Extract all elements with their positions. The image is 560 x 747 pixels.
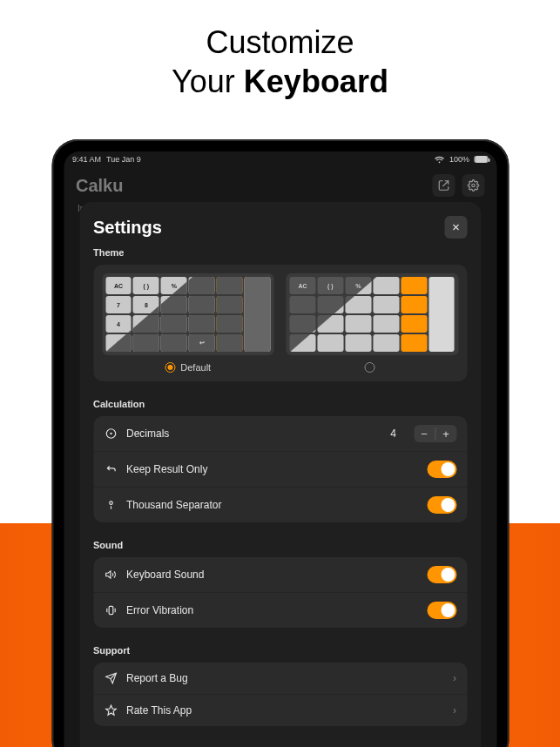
theme-thumb-alt: AC( )%± — [287, 273, 459, 355]
report-bug-label: Report a Bug — [126, 672, 188, 684]
theme-option-default[interactable]: AC ( ) % ± ÷ = 7 8 9 × 4 5 — [102, 273, 274, 373]
section-calculation-label: Calculation — [93, 399, 467, 409]
thousand-label: Thousand Separator — [126, 499, 221, 511]
decimals-value: 4 — [390, 427, 396, 440]
section-support-label: Support — [93, 645, 467, 656]
row-error-vibration: Error Vibration — [93, 593, 467, 628]
row-report-bug[interactable]: Report a Bug › — [93, 663, 467, 695]
status-date: Tue Jan 9 — [106, 155, 141, 164]
decimals-label: Decimals — [126, 427, 169, 440]
share-button[interactable] — [432, 174, 455, 197]
keyboard-sound-toggle[interactable] — [427, 566, 456, 583]
theme-thumb-default: AC ( ) % ± ÷ = 7 8 9 × 4 5 — [102, 273, 274, 355]
ipad-frame: 9:41 AM Tue Jan 9 100% Calku Inputs — [51, 139, 509, 747]
wifi-icon — [435, 156, 445, 164]
row-thousand-separator: Thousand Separator — [93, 488, 467, 522]
close-button[interactable] — [444, 216, 467, 239]
svg-point-3 — [109, 501, 112, 505]
battery-percent: 100% — [449, 155, 469, 164]
svg-rect-4 — [109, 606, 113, 614]
section-theme-label: Theme — [93, 247, 467, 258]
thousand-toggle[interactable] — [427, 496, 456, 514]
star-icon — [104, 703, 118, 717]
return-icon — [104, 462, 118, 476]
status-time: 9:41 AM — [72, 155, 101, 164]
status-bar: 9:41 AM Tue Jan 9 100% — [64, 151, 496, 167]
support-group: Report a Bug › Rate This App › — [93, 663, 467, 726]
stepper-plus[interactable]: + — [435, 425, 456, 442]
stepper-minus[interactable]: − — [414, 425, 435, 442]
svg-point-2 — [110, 433, 111, 434]
speaker-icon — [104, 568, 118, 582]
row-keyboard-sound: Keyboard Sound — [93, 557, 467, 593]
app-title: Calku — [76, 176, 123, 196]
row-rate-app[interactable]: Rate This App › — [93, 695, 467, 726]
error-vibration-label: Error Vibration — [126, 604, 193, 616]
vibration-icon — [104, 603, 118, 617]
settings-modal: Settings Theme AC ( ) % ± ÷ = — [79, 202, 481, 747]
row-keep-result: Keep Result Only — [93, 452, 467, 488]
screen: 9:41 AM Tue Jan 9 100% Calku Inputs — [64, 151, 496, 747]
separator-icon — [104, 498, 118, 512]
settings-button[interactable] — [462, 174, 484, 197]
theme-options: AC ( ) % ± ÷ = 7 8 9 × 4 5 — [93, 265, 467, 381]
row-decimals: Decimals 4 − + — [93, 416, 467, 452]
decimals-icon — [104, 427, 118, 441]
promo-heading: Customize Your Keyboard — [0, 0, 560, 117]
rate-app-label: Rate This App — [126, 704, 192, 717]
keep-result-label: Keep Result Only — [126, 463, 207, 475]
keep-result-toggle[interactable] — [427, 461, 456, 478]
battery-icon — [474, 156, 488, 163]
theme-option-label: Default — [180, 362, 211, 373]
promo-line1: Customize — [0, 23, 560, 62]
promo-line2: Your Keyboard — [0, 62, 560, 101]
keyboard-sound-label: Keyboard Sound — [126, 569, 204, 581]
send-icon — [104, 671, 118, 685]
calculation-group: Decimals 4 − + Keep Result Only — [93, 416, 467, 522]
section-sound-label: Sound — [93, 540, 467, 550]
sound-group: Keyboard Sound Error Vibration — [93, 557, 467, 628]
app-header: Calku — [64, 167, 496, 202]
radio-icon — [364, 362, 374, 373]
radio-icon — [165, 362, 175, 373]
svg-point-0 — [471, 184, 475, 187]
chevron-right-icon: › — [453, 704, 456, 717]
error-vibration-toggle[interactable] — [427, 602, 456, 619]
gear-icon — [467, 179, 479, 192]
close-icon — [450, 222, 461, 232]
share-icon — [437, 179, 449, 192]
chevron-right-icon: › — [453, 672, 456, 684]
theme-option-alt[interactable]: AC( )%± — [287, 273, 459, 373]
settings-title: Settings — [93, 218, 162, 238]
decimals-stepper[interactable]: − + — [414, 425, 456, 442]
